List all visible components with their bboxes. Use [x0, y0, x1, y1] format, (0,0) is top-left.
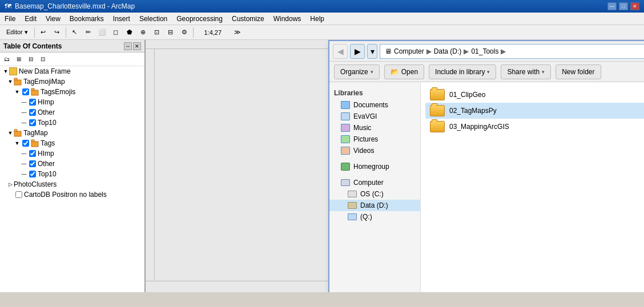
menu-windows[interactable]: Windows: [269, 13, 306, 25]
toc-item-other-2[interactable]: — Other: [0, 159, 144, 169]
toc-btn4[interactable]: ⊡: [37, 54, 49, 64]
maximize-button[interactable]: □: [619, 2, 628, 10]
expand-photoclusters[interactable]: ▷: [7, 181, 14, 188]
editor-dropdown[interactable]: Editor ▾: [2, 26, 32, 39]
menu-insert[interactable]: Insert: [108, 13, 135, 25]
tool3[interactable]: ◻: [110, 26, 122, 39]
fb-include-library-button[interactable]: Include in library ▾: [429, 64, 496, 79]
fb-sidebar-datad[interactable]: Data (D:): [329, 200, 420, 211]
toc-item-tagmap[interactable]: ▼ TagMap: [0, 128, 144, 138]
fb-sidebar-music[interactable]: Music: [329, 122, 420, 134]
expand-other-2[interactable]: —: [21, 160, 27, 167]
cartodb-checkbox[interactable]: [15, 191, 22, 198]
fb-breadcrumb[interactable]: 🖥 Computer ▶ Data (D:) ▶ 01_Tools ▶: [380, 44, 644, 59]
fb-sidebar-osc[interactable]: OS (C:): [329, 188, 420, 200]
fb-dropdown-button[interactable]: ▾: [367, 44, 377, 59]
expand-top10-1[interactable]: —: [21, 119, 27, 126]
expand-tagmap[interactable]: ▼: [7, 130, 14, 136]
fb-sidebar-q[interactable]: (Q:): [329, 211, 420, 223]
toc-close-button[interactable]: ✕: [133, 42, 141, 50]
tool4[interactable]: ⬟: [123, 26, 136, 39]
expand-data-frame[interactable]: ▼: [2, 68, 9, 75]
toc-item-tagsemojis[interactable]: ▼ TagsEmojis: [0, 87, 144, 97]
window-controls[interactable]: — □ ✕: [607, 2, 639, 10]
expand-cartodb[interactable]: [7, 191, 14, 198]
top10-2-checkbox[interactable]: [29, 171, 36, 177]
expand-other-1[interactable]: —: [21, 109, 27, 116]
menu-bar: File Edit View Bookmarks Insert Selectio…: [0, 13, 644, 25]
data-frame-icon: [9, 67, 17, 75]
fb-sidebar-videos[interactable]: Videos: [329, 145, 420, 156]
menu-help[interactable]: Help: [305, 13, 329, 25]
more-tools[interactable]: ≫: [231, 26, 244, 39]
fb-sidebar-pictures[interactable]: Pictures: [329, 134, 420, 145]
toc-item-himp-1[interactable]: — HImp: [0, 97, 144, 107]
expand-himp-2[interactable]: —: [21, 150, 27, 157]
fb-organize-button[interactable]: Organize ▾: [334, 64, 380, 79]
toc-controls[interactable]: ↔ ✕: [124, 42, 141, 50]
tool1[interactable]: ✏: [82, 26, 95, 39]
fb-file-01clipgeo[interactable]: 01_ClipGeo: [425, 87, 644, 103]
menu-file[interactable]: File: [0, 13, 20, 25]
top10-1-checkbox[interactable]: [29, 119, 36, 126]
pictures-icon: [341, 135, 350, 143]
breadcrumb-computer[interactable]: Computer: [394, 47, 424, 55]
close-button[interactable]: ✕: [630, 2, 639, 10]
fb-open-button[interactable]: 📂 Open: [384, 64, 424, 79]
toc-item-top10-2[interactable]: — Top10: [0, 169, 144, 179]
toc-btn3[interactable]: ⊟: [25, 54, 37, 64]
fb-file-02tagmapspy[interactable]: 02_TagMapsPy: [425, 103, 644, 119]
expand-himp-1[interactable]: —: [21, 99, 27, 106]
scale-input[interactable]: 1:4,27: [196, 26, 230, 39]
tool8[interactable]: ⚙: [178, 26, 191, 39]
tool2[interactable]: ⬜: [96, 26, 108, 39]
menu-edit[interactable]: Edit: [20, 13, 41, 25]
fb-back-button[interactable]: ◀: [333, 44, 348, 59]
fb-file-03mappingarcgis[interactable]: 03_MappingArcGIS: [425, 119, 644, 135]
breadcrumb-data[interactable]: Data (D:): [434, 47, 462, 55]
toc-item-top10-1[interactable]: — Top10: [0, 118, 144, 128]
fb-share-button[interactable]: Share with ▾: [501, 64, 551, 79]
expand-top10-2[interactable]: —: [21, 171, 27, 177]
toc-item-tagemojimap[interactable]: ▼ TagEmojiMap: [0, 76, 144, 87]
tags-checkbox[interactable]: [22, 140, 29, 147]
toc-item-cartodb[interactable]: CartoDB Positron no labels: [0, 189, 144, 200]
redo-button[interactable]: ↪: [51, 26, 63, 39]
tool7[interactable]: ⊟: [164, 26, 177, 39]
tool6[interactable]: ⊡: [151, 26, 163, 39]
toc-float-button[interactable]: ↔: [124, 42, 132, 50]
svg-rect-2: [31, 90, 38, 95]
expand-tagemojimap[interactable]: ▼: [7, 78, 14, 85]
toc-item-photoclusters[interactable]: ▷ PhotoClusters: [0, 179, 144, 189]
himp2-checkbox[interactable]: [29, 150, 36, 157]
other2-checkbox[interactable]: [29, 160, 36, 167]
toc-item-himp-2[interactable]: — HImp: [0, 148, 144, 159]
fb-forward-button[interactable]: ▶: [350, 44, 365, 59]
toc-list-button[interactable]: 🗂: [1, 54, 13, 64]
fb-sidebar-evavgi[interactable]: EvaVGI: [329, 111, 420, 122]
folder-icon-03mappingarcgis: [430, 121, 445, 132]
breadcrumb-tools[interactable]: 01_Tools: [471, 47, 498, 55]
minimize-button[interactable]: —: [607, 2, 617, 10]
fb-sidebar-homegroup[interactable]: Homegroup: [329, 161, 420, 172]
expand-tagsemojis[interactable]: ▼: [14, 88, 21, 95]
menu-selection[interactable]: Selection: [135, 13, 172, 25]
other1-checkbox[interactable]: [29, 109, 36, 116]
undo-button[interactable]: ↩: [37, 26, 50, 39]
tool5[interactable]: ⊕: [137, 26, 150, 39]
toc-btn2[interactable]: ⊞: [13, 54, 25, 64]
menu-view[interactable]: View: [41, 13, 65, 25]
toc-item-new-data-frame[interactable]: ▼ New Data Frame: [0, 66, 144, 76]
fb-sidebar-computer[interactable]: Computer: [329, 177, 420, 188]
fb-sidebar-documents[interactable]: Documents: [329, 99, 420, 111]
menu-customize[interactable]: Customize: [227, 13, 269, 25]
toc-item-other-1[interactable]: — Other: [0, 107, 144, 118]
select-button[interactable]: ↖: [69, 26, 81, 39]
expand-tags[interactable]: ▼: [14, 140, 21, 147]
tagsemojis-checkbox[interactable]: [22, 88, 29, 95]
fb-new-folder-button[interactable]: New folder: [556, 64, 601, 79]
menu-bookmarks[interactable]: Bookmarks: [65, 13, 108, 25]
toc-item-tags[interactable]: ▼ Tags: [0, 138, 144, 148]
himp1-checkbox[interactable]: [29, 99, 36, 106]
menu-geoprocessing[interactable]: Geoprocessing: [172, 13, 227, 25]
